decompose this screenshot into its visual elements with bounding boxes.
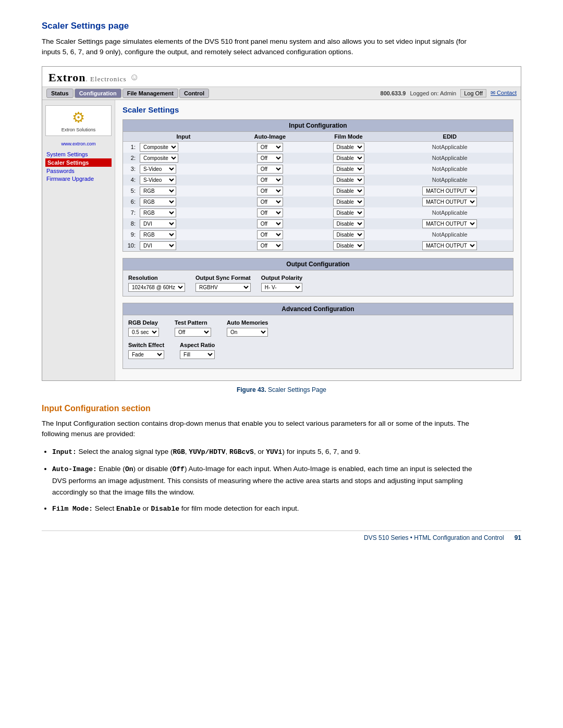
log-off-button[interactable]: Log Off	[460, 89, 486, 97]
auto-image-select[interactable]: Off	[257, 154, 283, 163]
input-config-table: Input Auto-Image Film Mode EDID 1:Compos…	[123, 132, 513, 251]
input-select[interactable]: S-Video	[140, 176, 176, 184]
sidebar-item-system-settings[interactable]: System Settings	[45, 151, 112, 158]
row-num: 4:	[123, 175, 138, 186]
auto-image-select[interactable]: Off	[257, 165, 283, 174]
section2-body: The Input Configuration section contains…	[42, 418, 480, 440]
film-mode-select[interactable]: Disable	[333, 208, 364, 217]
film-mode-select[interactable]: Disable	[333, 143, 364, 152]
input-select[interactable]: S-Video	[140, 165, 176, 174]
edid-cell: MATCH OUTPUT	[386, 186, 513, 196]
table-row: 6:RGBOffDisableMATCH OUTPUT	[123, 196, 513, 207]
input-select[interactable]: Composite	[140, 143, 178, 152]
table-row: 8:DVIOffDisableMATCH OUTPUT	[123, 218, 513, 229]
edid-cell: NotApplicable	[386, 141, 513, 153]
sidebar: ⚙ Extron Solutions www.extron.com System…	[42, 100, 115, 380]
auto-memories-group: Auto Memories On	[227, 319, 268, 337]
row-num: 8:	[123, 218, 138, 229]
screenshot-frame: Extron. Electronics ☺ Status Configurati…	[42, 66, 521, 381]
edid-cell: MATCH OUTPUT	[386, 196, 513, 207]
auto-image-select[interactable]: Off	[257, 219, 283, 228]
nav-configuration[interactable]: Configuration	[75, 89, 121, 98]
auto-image-select[interactable]: Off	[257, 187, 283, 195]
input-select-cell: RGB	[138, 229, 229, 240]
test-pattern-select[interactable]: Off	[175, 328, 211, 337]
edid-cell: NotApplicable	[386, 153, 513, 164]
extron-logo: Extron. Electronics	[48, 71, 127, 84]
input-select-cell: RGB	[138, 207, 229, 218]
list-item-film-mode: Film Mode: Select Enable or Disable for …	[52, 503, 480, 515]
nav-control[interactable]: Control	[179, 89, 209, 98]
auto-memories-select[interactable]: On	[227, 328, 268, 337]
film-mode-select[interactable]: Disable	[333, 219, 364, 228]
film-mode-select[interactable]: Disable	[333, 176, 364, 184]
row-num: 10:	[123, 240, 138, 251]
film-mode-select[interactable]: Disable	[333, 187, 364, 195]
rgb-delay-select[interactable]: 0.5 sec	[128, 328, 159, 337]
input-config-section: Input Configuration Input Auto-Image Fil…	[123, 119, 513, 252]
output-polarity-select[interactable]: H- V-	[261, 283, 302, 292]
auto-image-select[interactable]: Off	[257, 208, 283, 217]
auto-image-select[interactable]: Off	[257, 198, 283, 206]
input-select[interactable]: RGB	[140, 187, 176, 195]
film-mode-cell: Disable	[311, 207, 387, 218]
input-select[interactable]: RGB	[140, 230, 176, 239]
row-num: 9:	[123, 229, 138, 240]
test-pattern-group: Test Pattern Off	[175, 319, 211, 337]
auto-image-cell: Off	[229, 207, 311, 218]
phone-number: 800.633.9	[381, 90, 406, 96]
output-config-header: Output Configuration	[123, 258, 513, 270]
auto-image-select[interactable]: Off	[257, 241, 283, 250]
output-sync-select[interactable]: RGBHV	[195, 283, 251, 292]
footer-page-number: 91	[515, 534, 521, 541]
input-config-header: Input Configuration	[123, 120, 513, 132]
resolution-group: Resolution 1024x768 @ 60Hz	[128, 275, 185, 292]
input-select[interactable]: RGB	[140, 208, 176, 217]
input-select[interactable]: Composite	[140, 154, 178, 163]
table-row: 4:S-VideoOffDisableNotApplicable	[123, 175, 513, 186]
input-select[interactable]: DVI	[140, 219, 176, 228]
auto-image-select[interactable]: Off	[257, 176, 283, 184]
auto-image-cell: Off	[229, 153, 311, 164]
input-select[interactable]: RGB	[140, 198, 176, 206]
input-select-cell: DVI	[138, 218, 229, 229]
extron-face-icon: ☺	[130, 72, 139, 83]
input-select[interactable]: DVI	[140, 241, 176, 250]
film-mode-select[interactable]: Disable	[333, 241, 364, 250]
edid-select[interactable]: MATCH OUTPUT	[422, 241, 477, 250]
contact-link[interactable]: ✉ Contact	[491, 90, 517, 96]
switch-effect-group: Switch Effect Fade	[128, 342, 164, 359]
edid-cell: NotApplicable	[386, 207, 513, 218]
auto-image-select[interactable]: Off	[257, 230, 283, 239]
film-mode-select[interactable]: Disable	[333, 165, 364, 174]
row-num: 5:	[123, 186, 138, 196]
edid-select[interactable]: MATCH OUTPUT	[422, 187, 477, 195]
aspect-ratio-group: Aspect Ratio Fill	[180, 342, 215, 359]
output-polarity-group: Output Polarity H- V-	[261, 275, 302, 292]
film-mode-cell: Disable	[311, 164, 387, 175]
edid-select[interactable]: MATCH OUTPUT	[422, 219, 477, 228]
footer-text: DVS 510 Series • HTML Configuration and …	[364, 534, 504, 541]
input-select-cell: Composite	[138, 153, 229, 164]
table-row: 1:CompositeOffDisableNotApplicable	[123, 141, 513, 153]
film-mode-select[interactable]: Disable	[333, 154, 364, 163]
sidebar-item-scaler-settings[interactable]: Scaler Settings	[45, 158, 112, 167]
edid-not-applicable: NotApplicable	[432, 155, 468, 161]
sidebar-item-firmware-upgrade[interactable]: Firmware Upgrade	[45, 175, 112, 182]
resolution-label: Resolution	[128, 275, 185, 281]
edid-select[interactable]: MATCH OUTPUT	[422, 198, 477, 206]
film-mode-select[interactable]: Disable	[333, 230, 364, 239]
resolution-select[interactable]: 1024x768 @ 60Hz	[128, 283, 185, 292]
auto-image-select[interactable]: Off	[257, 143, 283, 152]
input-select-cell: DVI	[138, 240, 229, 251]
aspect-ratio-select[interactable]: Fill	[180, 350, 215, 359]
switch-effect-select[interactable]: Fade	[128, 350, 164, 359]
nav-status[interactable]: Status	[46, 89, 74, 98]
nav-file-management[interactable]: File Management	[123, 89, 178, 98]
sidebar-item-passwords[interactable]: Passwords	[45, 167, 112, 175]
input-select-cell: S-Video	[138, 175, 229, 186]
edid-not-applicable: NotApplicable	[432, 177, 468, 183]
input-select-cell: RGB	[138, 186, 229, 196]
rgb-delay-group: RGB Delay 0.5 sec	[128, 319, 159, 337]
film-mode-select[interactable]: Disable	[333, 198, 364, 206]
